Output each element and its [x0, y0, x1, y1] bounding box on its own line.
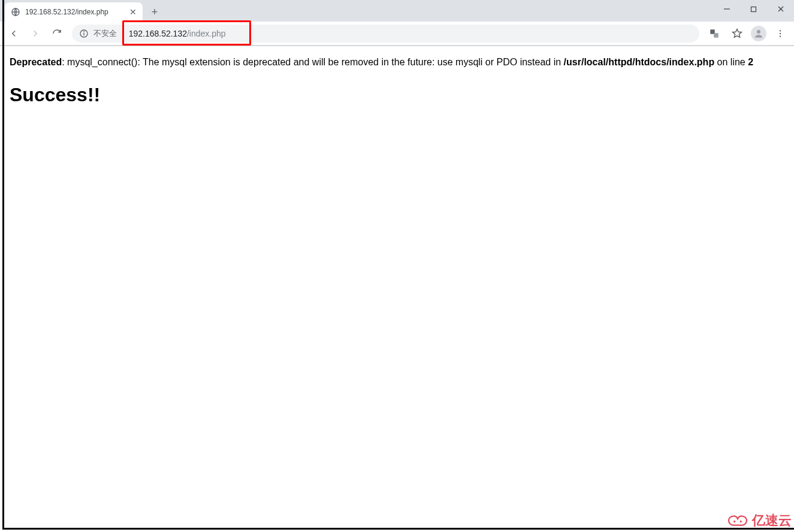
- globe-icon: [11, 7, 20, 17]
- url-text: 192.168.52.132/index.php: [129, 29, 226, 38]
- svg-point-12: [780, 32, 781, 34]
- deprecated-label: Deprecated: [10, 57, 62, 67]
- window-controls: [713, 0, 794, 18]
- window-maximize-button[interactable]: [740, 0, 767, 18]
- svg-rect-2: [751, 7, 756, 11]
- svg-point-10: [757, 30, 760, 34]
- window-close-button[interactable]: [767, 0, 794, 18]
- window-minimize-button[interactable]: [713, 0, 740, 18]
- colon: :: [62, 57, 67, 67]
- browser-chrome: 192.168.52.132/index.php ✕ +: [0, 0, 794, 46]
- svg-point-11: [780, 30, 781, 31]
- svg-point-13: [780, 35, 781, 37]
- svg-point-15: [740, 521, 742, 522]
- warning-body: mysql_connect(): The mysql extension is …: [67, 57, 564, 67]
- close-tab-icon[interactable]: ✕: [129, 8, 137, 16]
- security-label: 不安全: [93, 28, 117, 39]
- kebab-menu-icon[interactable]: [771, 25, 789, 43]
- url-path: /index.php: [187, 29, 226, 38]
- tab-title: 192.168.52.132/index.php: [25, 8, 125, 16]
- php-warning-message: Deprecated: mysql_connect(): The mysql e…: [10, 56, 784, 69]
- svg-point-7: [84, 31, 84, 32]
- tab-strip: 192.168.52.132/index.php ✕ +: [0, 0, 794, 22]
- address-bar[interactable]: 不安全 | 192.168.52.132/index.php: [72, 25, 699, 43]
- on-line-text: on line: [714, 57, 748, 67]
- url-host: 192.168.52.132: [129, 29, 187, 38]
- active-tab[interactable]: 192.168.52.132/index.php ✕: [5, 2, 143, 22]
- toolbar: 不安全 | 192.168.52.132/index.php: [0, 22, 794, 46]
- watermark-text: 亿速云: [752, 512, 792, 530]
- toolbar-right: [705, 25, 789, 43]
- reload-button[interactable]: [48, 25, 66, 43]
- watermark: 亿速云: [727, 512, 792, 530]
- profile-avatar[interactable]: [751, 26, 766, 41]
- svg-rect-9: [714, 33, 718, 38]
- back-button[interactable]: [5, 25, 23, 43]
- success-heading: Success!!: [10, 82, 784, 108]
- page-content: Deprecated: mysql_connect(): The mysql e…: [0, 46, 794, 117]
- new-tab-button[interactable]: +: [146, 4, 163, 20]
- svg-point-14: [733, 521, 735, 522]
- bookmark-star-icon[interactable]: [728, 25, 746, 43]
- translate-icon[interactable]: [705, 25, 723, 43]
- forward-button[interactable]: [26, 25, 44, 43]
- line-number: 2: [748, 57, 753, 67]
- info-icon[interactable]: [79, 29, 89, 38]
- file-path: /usr/local/httpd/htdocs/index.php: [564, 57, 715, 67]
- watermark-logo-icon: [727, 513, 748, 528]
